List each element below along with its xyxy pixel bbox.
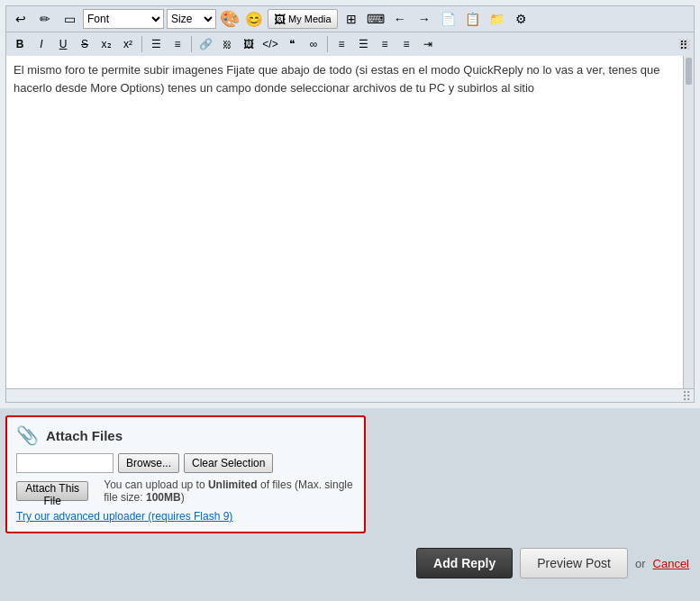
preview-post-button[interactable]: Preview Post xyxy=(520,548,628,578)
resize-dots-icon[interactable]: ⠿ xyxy=(681,391,692,402)
settings-icon[interactable]: ⚙ xyxy=(511,9,532,29)
arrow-right-icon[interactable]: → xyxy=(414,9,435,29)
attach-action-row: Attach This File You can upload up to Un… xyxy=(16,478,355,504)
attach-file-row: Browse... Clear Selection xyxy=(16,453,355,473)
italic-button[interactable]: I xyxy=(32,35,51,53)
toolbar-row2: B I U S x₂ x² ☰ ≡ 🔗 ⛓ 🖼 </> ❝ ∞ ≡ ☰ ≡ ≡ … xyxy=(5,32,695,56)
image-icon[interactable]: 🖼 xyxy=(239,35,259,53)
advanced-uploader-link[interactable]: Try our advanced uploader (requires Flas… xyxy=(16,510,232,523)
bold-button[interactable]: B xyxy=(10,35,30,53)
link-icon[interactable]: 🔗 xyxy=(195,35,215,53)
emoji-icon[interactable]: 😊 xyxy=(243,9,265,29)
attach-title: Attach Files xyxy=(46,428,123,443)
color-icon[interactable]: 🎨 xyxy=(219,9,241,29)
file-icon3[interactable]: 📁 xyxy=(486,9,508,29)
undo-icon[interactable]: ↩ xyxy=(10,9,32,29)
redo-icon[interactable]: ✏ xyxy=(34,9,56,29)
scroll-thumb xyxy=(686,58,692,85)
info-close: ) xyxy=(181,491,185,504)
info-prefix: You can upload up to xyxy=(104,478,208,491)
font-select[interactable]: Font Arial Times New Roman Courier New xyxy=(83,9,164,29)
resize-handle-bottom: ⠿ xyxy=(5,389,695,403)
indent-icon[interactable]: ⇥ xyxy=(418,35,438,53)
attach-section: 📎 Attach Files Browse... Clear Selection… xyxy=(5,415,366,533)
my-media-label: My Media xyxy=(288,14,332,24)
browse-button[interactable]: Browse... xyxy=(118,453,179,473)
editor-area[interactable]: El mismo foro te permite subir imagenes … xyxy=(5,56,695,389)
attach-info: You can upload up to Unlimited of files … xyxy=(104,478,355,504)
divider2 xyxy=(191,36,192,52)
or-text: or xyxy=(635,557,646,570)
paperclip-icon: 📎 xyxy=(16,424,39,446)
special-icon[interactable]: ∞ xyxy=(304,35,323,53)
superscript-button[interactable]: x² xyxy=(118,35,138,53)
list-unordered-icon[interactable]: ≡ xyxy=(168,35,187,53)
cancel-link[interactable]: Cancel xyxy=(653,557,689,570)
align-justify-icon[interactable]: ≡ xyxy=(396,35,416,53)
file-icon1[interactable]: 📄 xyxy=(438,9,459,29)
file-icon2[interactable]: 📋 xyxy=(462,9,484,29)
resize-handle-top[interactable]: ⠿ xyxy=(679,39,690,50)
attach-header: 📎 Attach Files xyxy=(16,424,355,446)
quote-icon[interactable]: ❝ xyxy=(282,35,302,53)
attach-this-file-button[interactable]: Attach This File xyxy=(16,481,88,501)
code-inline-icon[interactable]: </> xyxy=(260,35,280,53)
my-media-icon: 🖼 xyxy=(274,13,286,26)
add-reply-button[interactable]: Add Reply xyxy=(416,548,513,578)
toolbar-row1: ↩ ✏ ▭ Font Arial Times New Roman Courier… xyxy=(5,5,695,32)
max-size-label: 100MB xyxy=(146,491,181,504)
file-input[interactable] xyxy=(16,453,114,473)
align-center-icon[interactable]: ☰ xyxy=(353,35,373,53)
code-icon[interactable]: ⌨ xyxy=(365,9,386,29)
strikethrough-button[interactable]: S xyxy=(75,35,95,53)
align-left-icon[interactable]: ≡ xyxy=(332,35,351,53)
list-ordered-icon[interactable]: ☰ xyxy=(146,35,166,53)
clear-selection-button[interactable]: Clear Selection xyxy=(184,453,273,473)
size-select[interactable]: Size 1234 xyxy=(167,9,216,29)
divider3 xyxy=(327,36,328,52)
action-bar: Add Reply Preview Post or Cancel xyxy=(0,539,700,587)
align-right-icon[interactable]: ≡ xyxy=(375,35,395,53)
editor-content: El mismo foro te permite subir imagenes … xyxy=(14,61,686,96)
advanced-uploader-row: Try our advanced uploader (requires Flas… xyxy=(16,509,355,523)
divider1 xyxy=(141,36,142,52)
clear-icon[interactable]: ▭ xyxy=(59,9,80,29)
table-icon[interactable]: ⊞ xyxy=(341,9,362,29)
scrollbar[interactable] xyxy=(683,56,694,388)
subscript-button[interactable]: x₂ xyxy=(96,35,116,53)
my-media-button[interactable]: 🖼 My Media xyxy=(268,9,338,29)
underline-button[interactable]: U xyxy=(53,35,73,53)
unlimited-label: Unlimited xyxy=(208,478,258,491)
unlink-icon[interactable]: ⛓ xyxy=(217,35,237,53)
editor-wrapper: ↩ ✏ ▭ Font Arial Times New Roman Courier… xyxy=(0,0,700,408)
arrow-left-icon[interactable]: ← xyxy=(389,9,411,29)
